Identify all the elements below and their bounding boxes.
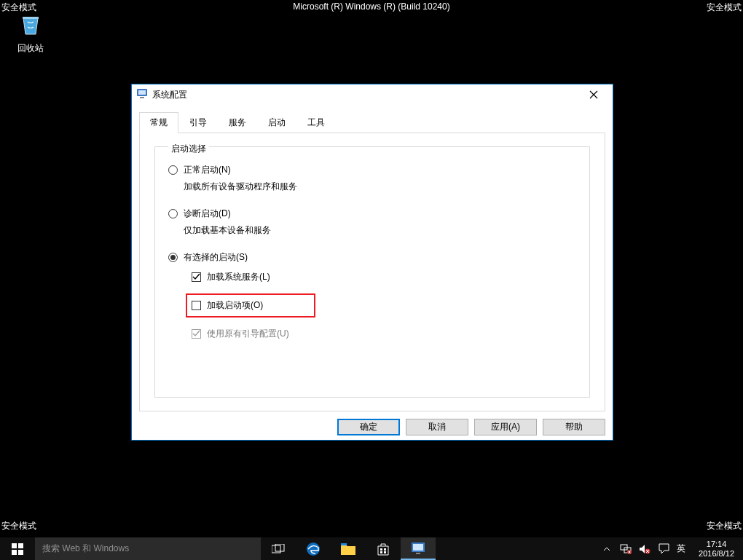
svg-rect-17 — [416, 553, 420, 554]
titlebar: 系统配置 — [132, 84, 613, 105]
explorer-button[interactable] — [331, 537, 366, 560]
tray-network-button[interactable] — [620, 543, 632, 555]
build-info: Microsoft (R) Windows (R) (Build 10240) — [293, 1, 449, 12]
highlight-annotation: 加载启动项(O) — [186, 293, 315, 318]
diagnostic-startup-desc: 仅加载基本设备和服务 — [184, 224, 576, 237]
apply-button[interactable]: 应用(A) — [474, 419, 537, 435]
store-icon — [377, 543, 390, 556]
cancel-button[interactable]: 取消 — [406, 419, 468, 435]
svg-rect-1 — [138, 90, 146, 95]
checkbox-label: 加载启动项(O) — [207, 299, 263, 312]
tab-tools[interactable]: 工具 — [296, 112, 336, 133]
folder-icon — [341, 543, 355, 555]
chevron-up-icon — [603, 545, 610, 553]
system-config-dialog: 系统配置 常规 引导 服务 启动 工具 启动选择 正常启动(N) 加载所有设备驱… — [131, 84, 613, 441]
tab-row: 常规 引导 服务 启动 工具 — [132, 105, 613, 133]
radio-label: 正常启动(N) — [184, 164, 231, 176]
dialog-button-row: 确定 取消 应用(A) 帮助 — [132, 419, 613, 444]
radio-diagnostic-startup[interactable]: 诊断启动(D) — [168, 208, 576, 220]
app-icon — [136, 87, 148, 102]
svg-rect-11 — [380, 548, 382, 551]
dialog-title: 系统配置 — [152, 89, 579, 101]
clock[interactable]: 17:14 2016/8/12 — [693, 540, 740, 559]
ime-indicator[interactable]: 英 — [677, 543, 685, 555]
safe-mode-label-br: 安全模式 — [707, 520, 742, 532]
start-button[interactable] — [0, 537, 35, 560]
checkbox-load-services[interactable]: 加载系统服务(L) — [192, 271, 576, 283]
svg-rect-16 — [413, 544, 423, 551]
tab-startup[interactable]: 启动 — [257, 112, 296, 133]
tab-panel-general: 启动选择 正常启动(N) 加载所有设备驱动程序和服务 诊断启动(D) 仅加载基本… — [139, 133, 605, 411]
tab-general[interactable]: 常规 — [139, 112, 178, 133]
clock-time: 17:14 — [707, 540, 727, 549]
desktop-icon-recycle-bin[interactable]: 回收站 — [9, 11, 52, 55]
recycle-bin-icon — [17, 11, 44, 40]
search-input[interactable]: 搜索 Web 和 Windows — [35, 537, 261, 560]
checkbox-icon — [192, 272, 201, 282]
radio-selective-startup[interactable]: 有选择的启动(S) — [168, 251, 576, 264]
svg-rect-13 — [380, 551, 382, 553]
radio-normal-startup[interactable]: 正常启动(N) — [168, 164, 576, 176]
svg-rect-14 — [384, 551, 386, 553]
safe-mode-label-bl: 安全模式 — [1, 520, 36, 532]
safe-mode-label-tr: 安全模式 — [707, 1, 742, 14]
startup-selection-fieldset: 启动选择 正常启动(N) 加载所有设备驱动程序和服务 诊断启动(D) 仅加载基本… — [154, 146, 590, 398]
help-button[interactable]: 帮助 — [543, 419, 605, 435]
checkbox-icon — [192, 329, 201, 339]
checkbox-label: 加载系统服务(L) — [207, 271, 270, 283]
fieldset-legend: 启动选择 — [168, 143, 209, 155]
close-button[interactable] — [579, 84, 608, 105]
ok-button[interactable]: 确定 — [337, 419, 400, 435]
svg-rect-6 — [18, 550, 23, 555]
checkbox-label: 使用原有引导配置(U) — [207, 328, 289, 340]
close-icon — [589, 90, 598, 99]
tray-action-center-button[interactable] — [658, 543, 669, 555]
action-center-icon — [659, 543, 669, 554]
normal-startup-desc: 加载所有设备驱动程序和服务 — [184, 181, 576, 193]
radio-label: 有选择的启动(S) — [184, 251, 248, 264]
svg-rect-2 — [140, 97, 144, 98]
svg-rect-12 — [384, 548, 386, 551]
checkbox-original-boot: 使用原有引导配置(U) — [192, 328, 576, 340]
radio-icon — [168, 253, 178, 262]
task-icons — [261, 537, 436, 560]
radio-label: 诊断启动(D) — [184, 208, 231, 220]
windows-icon — [12, 543, 23, 555]
msconfig-taskbar-button[interactable] — [401, 537, 436, 560]
tab-services[interactable]: 服务 — [218, 112, 257, 133]
network-icon — [620, 544, 632, 554]
taskbar: 搜索 Web 和 Windows 英 17:14 2016/8/12 — [0, 537, 743, 560]
svg-rect-10 — [341, 543, 347, 545]
checkbox-icon — [192, 301, 201, 310]
recycle-bin-label: 回收站 — [9, 42, 52, 55]
edge-button[interactable] — [296, 537, 331, 560]
system-tray: 英 17:14 2016/8/12 — [601, 537, 743, 560]
tray-volume-button[interactable] — [639, 543, 650, 555]
tab-boot[interactable]: 引导 — [178, 112, 218, 133]
task-view-icon — [272, 544, 285, 554]
svg-rect-5 — [12, 550, 17, 555]
svg-rect-4 — [18, 543, 23, 548]
edge-icon — [306, 542, 321, 556]
checkbox-load-startup[interactable]: 加载启动项(O) — [192, 299, 263, 312]
task-view-button[interactable] — [261, 537, 296, 560]
tray-chevron-button[interactable] — [601, 543, 613, 555]
volume-mute-icon — [639, 544, 650, 554]
radio-icon — [168, 165, 178, 175]
svg-rect-3 — [12, 543, 17, 548]
radio-icon — [168, 209, 178, 218]
search-placeholder: 搜索 Web 和 Windows — [42, 543, 129, 555]
clock-date: 2016/8/12 — [699, 549, 734, 559]
store-button[interactable] — [366, 537, 401, 560]
msconfig-icon — [411, 542, 425, 555]
